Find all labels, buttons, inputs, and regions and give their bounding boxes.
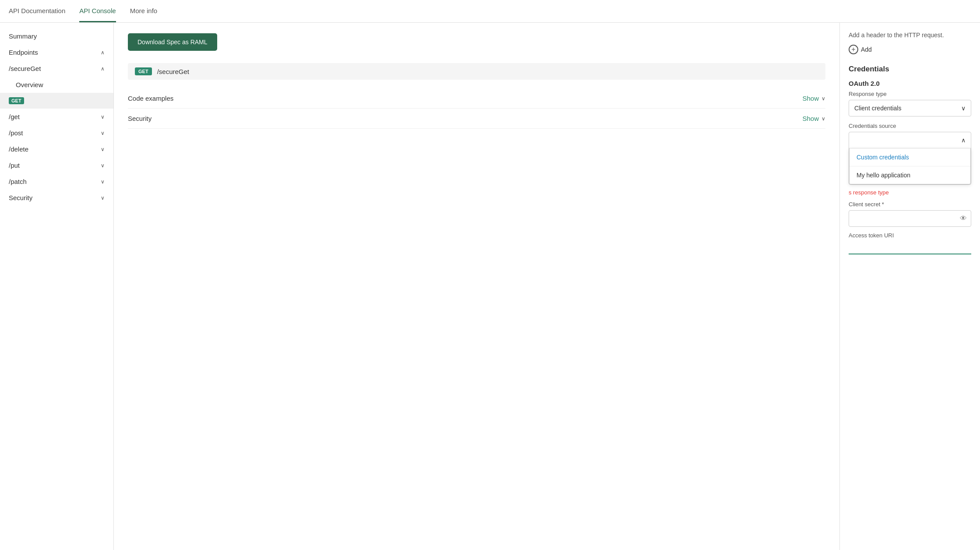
client-secret-field-container: 👁 xyxy=(849,210,971,227)
code-examples-show-button[interactable]: Show ∨ xyxy=(802,95,825,102)
chevron-up-icon: ∧ xyxy=(101,49,105,56)
chevron-down-icon: ∨ xyxy=(101,162,105,169)
credentials-source-label: Credentials source xyxy=(849,123,971,129)
add-header-button[interactable]: + Add xyxy=(849,45,971,54)
sidebar-item-patch[interactable]: /patch ∨ xyxy=(0,173,113,190)
chevron-down-icon: ∨ xyxy=(821,95,825,102)
security-section: Security Show ∨ xyxy=(128,109,825,129)
endpoint-method-badge: GET xyxy=(135,67,152,75)
response-type-label: Response type xyxy=(849,91,971,97)
response-type-error: s response type xyxy=(849,189,971,196)
main-content: Download Spec as RAML GET /secureGet Cod… xyxy=(114,23,840,550)
chevron-down-icon: ∨ xyxy=(101,114,105,120)
option-my-hello-application[interactable]: My hello application xyxy=(850,166,970,184)
oauth-title: OAuth 2.0 xyxy=(849,80,971,87)
chevron-down-icon: ∨ xyxy=(101,146,105,152)
get-badge: GET xyxy=(9,97,24,104)
endpoint-bar: GET /secureGet xyxy=(128,63,825,80)
add-circle-icon: + xyxy=(849,45,858,54)
credentials-section: Credentials OAuth 2.0 Response type Clie… xyxy=(849,65,971,254)
sidebar-item-endpoints[interactable]: Endpoints ∧ xyxy=(0,44,113,60)
security-show-button[interactable]: Show ∨ xyxy=(802,115,825,122)
sidebar-item-put[interactable]: /put ∨ xyxy=(0,157,113,173)
add-header-text: Add a header to the HTTP request. xyxy=(849,32,971,39)
sidebar-item-post[interactable]: /post ∨ xyxy=(0,125,113,141)
chevron-down-icon: ∨ xyxy=(821,116,825,122)
eye-icon[interactable]: 👁 xyxy=(960,215,967,222)
access-token-input[interactable] xyxy=(849,241,971,254)
client-secret-label: Client secret * xyxy=(849,201,971,208)
tab-more-info[interactable]: More info xyxy=(130,0,158,22)
response-type-dropdown[interactable]: Client credentials ∨ xyxy=(849,100,971,116)
response-type-value: Client credentials xyxy=(854,105,901,112)
endpoint-url: /secureGet xyxy=(157,68,189,75)
credentials-source-dropdown[interactable]: ∧ Custom credentials My hello applicatio… xyxy=(849,132,971,185)
sidebar-item-get-active[interactable]: GET xyxy=(0,93,113,109)
code-examples-label: Code examples xyxy=(128,95,173,102)
chevron-down-icon: ∨ xyxy=(101,195,105,201)
sidebar-item-secure-get[interactable]: /secureGet ∧ xyxy=(0,60,113,77)
code-examples-section: Code examples Show ∨ xyxy=(128,88,825,109)
credentials-source-options: Custom credentials My hello application xyxy=(849,148,971,184)
sidebar-item-overview[interactable]: Overview xyxy=(0,77,113,93)
sidebar-item-delete[interactable]: /delete ∨ xyxy=(0,141,113,157)
security-section-label: Security xyxy=(128,115,152,122)
tab-api-console[interactable]: API Console xyxy=(79,0,116,22)
main-container: Summary Endpoints ∧ /secureGet ∧ Overvie… xyxy=(0,23,980,550)
credentials-title: Credentials xyxy=(849,65,971,74)
sidebar: Summary Endpoints ∧ /secureGet ∧ Overvie… xyxy=(0,23,114,550)
client-secret-input[interactable] xyxy=(849,210,971,227)
access-token-field-container xyxy=(849,241,971,254)
chevron-down-icon: ∨ xyxy=(961,105,966,112)
tab-api-documentation[interactable]: API Documentation xyxy=(9,0,65,22)
sidebar-item-security[interactable]: Security ∨ xyxy=(0,190,113,206)
download-spec-button[interactable]: Download Spec as RAML xyxy=(128,33,217,51)
access-token-label: Access token URI xyxy=(849,232,971,239)
chevron-down-icon: ∨ xyxy=(101,130,105,136)
option-custom-credentials[interactable]: Custom credentials xyxy=(850,148,970,166)
credentials-source-header[interactable]: ∧ xyxy=(849,132,971,148)
sidebar-item-get[interactable]: /get ∨ xyxy=(0,109,113,125)
chevron-up-icon: ∧ xyxy=(961,137,966,144)
right-panel: Add a header to the HTTP request. + Add … xyxy=(840,23,980,550)
sidebar-item-summary[interactable]: Summary xyxy=(0,28,113,44)
top-nav: API Documentation API Console More info xyxy=(0,0,980,23)
chevron-up-icon: ∧ xyxy=(101,66,105,72)
chevron-down-icon: ∨ xyxy=(101,179,105,185)
